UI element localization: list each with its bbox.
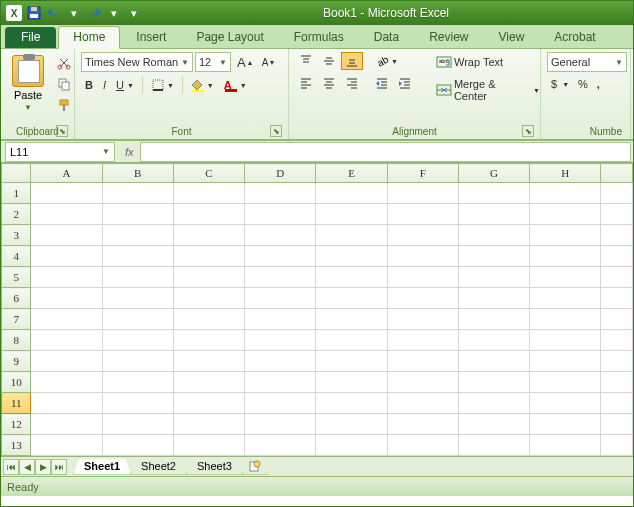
cell-B3[interactable] bbox=[102, 225, 173, 246]
formula-input[interactable] bbox=[140, 142, 631, 162]
cell-B6[interactable] bbox=[102, 288, 173, 309]
cell-A4[interactable] bbox=[31, 246, 102, 267]
number-format-combo[interactable]: General▼ bbox=[547, 52, 627, 72]
cell-D9[interactable] bbox=[245, 351, 316, 372]
cell-B13[interactable] bbox=[102, 435, 173, 456]
row-header-10[interactable]: 10 bbox=[2, 372, 31, 393]
cell-F11[interactable] bbox=[387, 393, 458, 414]
align-center-button[interactable] bbox=[318, 74, 340, 92]
tab-file[interactable]: File bbox=[5, 27, 56, 48]
cell-D3[interactable] bbox=[245, 225, 316, 246]
row-header-7[interactable]: 7 bbox=[2, 309, 31, 330]
col-header-B[interactable]: B bbox=[102, 164, 173, 183]
cell-H12[interactable] bbox=[530, 414, 601, 435]
italic-button[interactable]: I bbox=[99, 77, 110, 93]
cell-G12[interactable] bbox=[458, 414, 529, 435]
row-header-3[interactable]: 3 bbox=[2, 225, 31, 246]
cell-E7[interactable] bbox=[316, 309, 387, 330]
paste-button[interactable]: Paste ▼ bbox=[7, 52, 49, 115]
cell-E12[interactable] bbox=[316, 414, 387, 435]
cell-D2[interactable] bbox=[245, 204, 316, 225]
spreadsheet-grid[interactable]: ABCDEFGH12345678910111213 bbox=[1, 163, 633, 456]
tab-view[interactable]: View bbox=[485, 27, 539, 48]
cell-D12[interactable] bbox=[245, 414, 316, 435]
cell-A8[interactable] bbox=[31, 330, 102, 351]
font-color-button[interactable]: A▼ bbox=[220, 76, 251, 94]
cell-H1[interactable] bbox=[530, 183, 601, 204]
cell-H3[interactable] bbox=[530, 225, 601, 246]
tab-home[interactable]: Home bbox=[58, 26, 120, 49]
cell-B1[interactable] bbox=[102, 183, 173, 204]
cell-A5[interactable] bbox=[31, 267, 102, 288]
cell-E9[interactable] bbox=[316, 351, 387, 372]
cell-H4[interactable] bbox=[530, 246, 601, 267]
row-header-13[interactable]: 13 bbox=[2, 435, 31, 456]
col-header-E[interactable]: E bbox=[316, 164, 387, 183]
sheet-tab-sheet1[interactable]: Sheet1 bbox=[73, 459, 131, 475]
cell-D7[interactable] bbox=[245, 309, 316, 330]
cell-G1[interactable] bbox=[458, 183, 529, 204]
col-header-A[interactable]: A bbox=[31, 164, 102, 183]
cell-C11[interactable] bbox=[173, 393, 244, 414]
cell-E5[interactable] bbox=[316, 267, 387, 288]
cell-B10[interactable] bbox=[102, 372, 173, 393]
cell-B8[interactable] bbox=[102, 330, 173, 351]
cell-A7[interactable] bbox=[31, 309, 102, 330]
row-header-4[interactable]: 4 bbox=[2, 246, 31, 267]
cell-H5[interactable] bbox=[530, 267, 601, 288]
cell-H9[interactable] bbox=[530, 351, 601, 372]
col-header-C[interactable]: C bbox=[173, 164, 244, 183]
cell-E8[interactable] bbox=[316, 330, 387, 351]
border-button[interactable]: ▼ bbox=[147, 76, 178, 94]
alignment-launcher-icon[interactable]: ⬊ bbox=[522, 125, 534, 137]
cell-B11[interactable] bbox=[102, 393, 173, 414]
align-bottom-button[interactable] bbox=[341, 52, 363, 70]
cell-F12[interactable] bbox=[387, 414, 458, 435]
font-name-combo[interactable]: Times New Roman▼ bbox=[81, 52, 193, 72]
cell-G11[interactable] bbox=[458, 393, 529, 414]
cell-C8[interactable] bbox=[173, 330, 244, 351]
cell-F8[interactable] bbox=[387, 330, 458, 351]
merge-center-button[interactable]: Merge & Center▼ bbox=[432, 76, 544, 104]
cell-H13[interactable] bbox=[530, 435, 601, 456]
cell-D5[interactable] bbox=[245, 267, 316, 288]
cell-A9[interactable] bbox=[31, 351, 102, 372]
cell-A3[interactable] bbox=[31, 225, 102, 246]
tab-data[interactable]: Data bbox=[360, 27, 413, 48]
currency-button[interactable]: $▼ bbox=[547, 76, 573, 92]
undo-dropdown-icon[interactable]: ▾ bbox=[65, 4, 83, 22]
cell-C2[interactable] bbox=[173, 204, 244, 225]
fx-icon[interactable]: fx bbox=[119, 146, 140, 158]
cell-F9[interactable] bbox=[387, 351, 458, 372]
row-header-2[interactable]: 2 bbox=[2, 204, 31, 225]
cell-F10[interactable] bbox=[387, 372, 458, 393]
cell-F13[interactable] bbox=[387, 435, 458, 456]
align-right-button[interactable] bbox=[341, 74, 363, 92]
cell-H10[interactable] bbox=[530, 372, 601, 393]
cell-B4[interactable] bbox=[102, 246, 173, 267]
sheet-last-icon[interactable]: ⏭ bbox=[51, 459, 67, 475]
cell-B2[interactable] bbox=[102, 204, 173, 225]
cell-D6[interactable] bbox=[245, 288, 316, 309]
comma-button[interactable]: , bbox=[593, 76, 604, 92]
decrease-indent-button[interactable] bbox=[371, 74, 393, 92]
cell-G3[interactable] bbox=[458, 225, 529, 246]
cell-G4[interactable] bbox=[458, 246, 529, 267]
row-header-6[interactable]: 6 bbox=[2, 288, 31, 309]
align-top-button[interactable] bbox=[295, 52, 317, 70]
cell-A10[interactable] bbox=[31, 372, 102, 393]
cell-A2[interactable] bbox=[31, 204, 102, 225]
row-header-1[interactable]: 1 bbox=[2, 183, 31, 204]
shrink-font-button[interactable]: A▾ bbox=[258, 55, 279, 70]
cell-F5[interactable] bbox=[387, 267, 458, 288]
cell-F7[interactable] bbox=[387, 309, 458, 330]
cell-H8[interactable] bbox=[530, 330, 601, 351]
clipboard-launcher-icon[interactable]: ⬊ bbox=[56, 125, 68, 137]
cell-E6[interactable] bbox=[316, 288, 387, 309]
save-icon[interactable] bbox=[25, 4, 43, 22]
cell-F1[interactable] bbox=[387, 183, 458, 204]
underline-button[interactable]: U▼ bbox=[112, 77, 138, 93]
cell-C3[interactable] bbox=[173, 225, 244, 246]
cell-A6[interactable] bbox=[31, 288, 102, 309]
cell-F6[interactable] bbox=[387, 288, 458, 309]
